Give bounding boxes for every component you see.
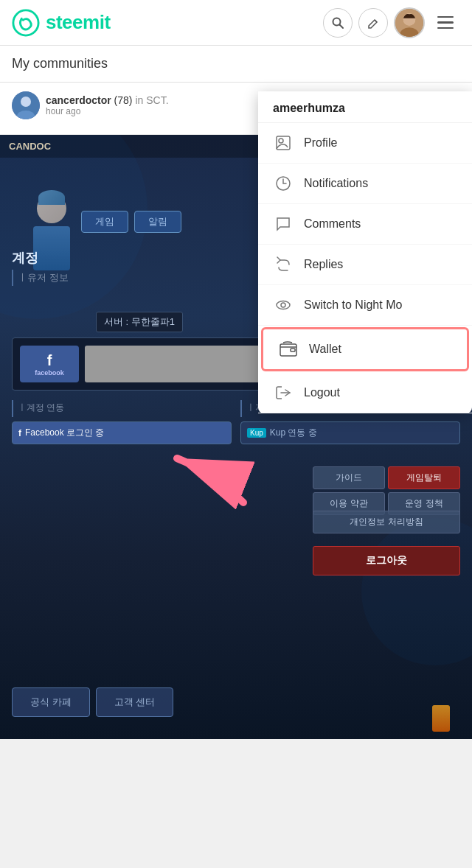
svg-line-3: [375, 20, 377, 22]
kup-badge: Kup: [247, 428, 266, 438]
quit-game-btn: 게임탈퇴: [388, 466, 460, 489]
svg-point-0: [13, 10, 38, 35]
privacy-policy-btn: 개인정보 처리방침: [313, 511, 460, 533]
svg-point-9: [21, 97, 31, 107]
game-account-section: 계정 ㅣ유저 정보: [12, 249, 69, 286]
fb-icon-small: f: [18, 428, 21, 438]
kup-connect-btn: Kup Kup 연동 중: [240, 421, 460, 444]
post-author-avatar: [12, 91, 40, 119]
post-info: cancerdoctor (78) in SCT. hour ago: [46, 94, 169, 116]
header-actions: [323, 7, 460, 38]
nightmode-label: Switch to Night Mo: [304, 298, 402, 312]
nightmode-icon: [273, 295, 294, 315]
replies-icon: [273, 254, 294, 275]
bg-decoration-2: [361, 518, 472, 665]
post-author-name: cancerdoctor: [46, 94, 111, 106]
post-author-line: cancerdoctor (78) in SCT.: [46, 94, 169, 106]
main-content: My communities cancerdoctor (78) in SCT.…: [0, 46, 472, 739]
logout-kr-btn: 로그아웃: [313, 546, 460, 575]
action-buttons-grid: 가이드 게임탈퇴 이용 약관 운영 정책: [313, 466, 460, 515]
dropdown-item-wallet[interactable]: Wallet: [261, 327, 469, 371]
svg-point-12: [279, 139, 283, 143]
fb-login-btn: f Facebook 로그인 중: [12, 421, 232, 444]
server-label: 서버 : 무한줄파1: [96, 312, 183, 332]
svg-line-2: [340, 24, 344, 28]
guide-btn: 가이드: [313, 466, 385, 489]
post-time: hour ago: [46, 106, 169, 116]
lantern-decoration: [432, 705, 450, 732]
hamburger-line-1: [437, 16, 454, 18]
edit-button[interactable]: [358, 8, 388, 38]
dropdown-item-nightmode[interactable]: Switch to Night Mo: [258, 285, 472, 326]
dropdown-item-notifications[interactable]: Notifications: [258, 164, 472, 204]
logout-icon: [273, 382, 294, 403]
fb-f-letter: f: [47, 352, 52, 369]
bottom-buttons: 공식 카페 고객 센터: [12, 687, 173, 717]
game-buttons-row: 게임 알림: [74, 205, 189, 239]
customer-btn: 고객 센터: [96, 687, 174, 717]
logout-label: Logout: [304, 386, 340, 399]
hamburger-line-2: [437, 21, 454, 24]
svg-rect-16: [280, 344, 296, 356]
post-community: in SCT.: [135, 94, 168, 106]
character-hair: [38, 190, 65, 205]
hamburger-button[interactable]: [431, 8, 460, 38]
replies-label: Replies: [304, 258, 343, 271]
svg-rect-17: [291, 349, 295, 351]
avatar-image: [395, 9, 423, 37]
communities-label: My communities: [12, 56, 108, 71]
facebook-button: f facebook: [20, 346, 79, 382]
logo-area: steemit: [12, 9, 111, 37]
notifications-icon: [273, 173, 294, 194]
account-subtitle: ㅣ유저 정보: [12, 270, 69, 286]
profile-label: Profile: [304, 136, 337, 150]
post-author-score: 78: [117, 94, 129, 106]
fb-text-label: facebook: [35, 369, 64, 377]
header: steemit: [0, 0, 472, 46]
dropdown-item-logout[interactable]: Logout: [258, 373, 472, 413]
account-connect-title: ㅣ계정 연동: [12, 400, 232, 417]
dropdown-menu: ameerhumza Profile Notifications: [258, 91, 472, 413]
kup-connect-text: Kup 연동 중: [270, 427, 317, 439]
steemit-logo-icon: [12, 9, 40, 37]
svg-rect-11: [277, 136, 290, 150]
profile-icon: [273, 133, 294, 153]
comments-label: Comments: [304, 217, 361, 231]
user-avatar-button[interactable]: [394, 7, 425, 38]
account-title: 계정: [12, 249, 69, 267]
game-btn-game: 게임: [81, 211, 128, 233]
game-btn-alert: 알림: [134, 211, 181, 233]
logo-text: steemit: [46, 11, 111, 34]
wallet-icon: [278, 339, 299, 360]
dropdown-item-replies[interactable]: Replies: [258, 245, 472, 285]
svg-point-14: [277, 301, 290, 309]
dropdown-item-profile[interactable]: Profile: [258, 123, 472, 164]
hamburger-line-3: [437, 27, 454, 29]
dropdown-item-comments[interactable]: Comments: [258, 204, 472, 245]
dropdown-username: ameerhumza: [258, 91, 472, 123]
search-button[interactable]: [323, 8, 353, 38]
account-connect-col: ㅣ계정 연동 f Facebook 로그인 중: [12, 400, 232, 444]
fb-login-text: Facebook 로그인 중: [25, 427, 104, 439]
official-cafe-btn: 공식 카페: [12, 687, 90, 717]
wallet-label: Wallet: [309, 343, 341, 356]
comments-icon: [273, 214, 294, 234]
svg-point-15: [281, 303, 285, 307]
character-head: [37, 194, 66, 223]
notifications-label: Notifications: [304, 177, 368, 190]
communities-bar: My communities: [0, 46, 472, 83]
